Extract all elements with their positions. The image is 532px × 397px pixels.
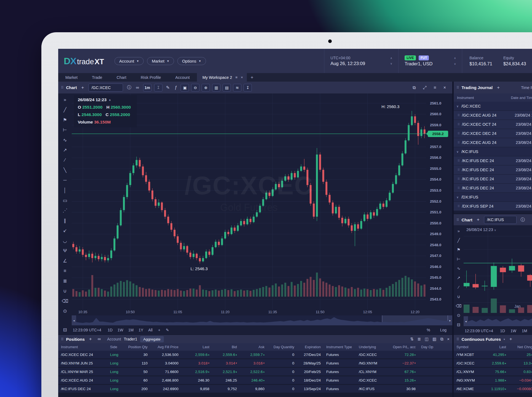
close-icon[interactable]: × [442, 85, 447, 90]
zoom-in-icon[interactable]: ⊕ [202, 84, 210, 92]
eraser-icon[interactable]: ⌫ [454, 301, 464, 310]
lines-icon[interactable]: ≡ [58, 266, 72, 276]
add-watchlist-button[interactable]: + [508, 336, 514, 342]
horizontal-ray-icon[interactable]: ⊢ [58, 125, 72, 135]
mini-chart-plot[interactable]: 26/08/24 12:23 ∨ Jan [464, 225, 532, 314]
filter-icon[interactable]: ⇅ [410, 337, 414, 342]
drag-handle-icon[interactable]: ⠿ [61, 85, 63, 90]
mini-chart-navigator[interactable]: ◂ [464, 316, 532, 326]
popout-icon[interactable]: ⧉ [440, 337, 443, 342]
templates-icon[interactable]: ▤ [223, 84, 231, 92]
col-avg-fill-price[interactable]: Avg Fill Price [150, 345, 181, 349]
info-icon[interactable]: ⓘ [519, 217, 526, 223]
magnet-icon[interactable]: ∪ [58, 286, 72, 296]
ohlc-legend[interactable]: 26/08/24 12:23∧ O 2551.2000 H 2560.3000 … [74, 95, 137, 127]
mini-chart-datetime[interactable]: 26/08/24 12:23 ∨ [466, 227, 496, 232]
horizontal-ray-icon[interactable]: ⊢ [454, 254, 464, 264]
tab-chart[interactable]: Chart [109, 73, 133, 82]
info-icon[interactable]: ⓘ [126, 85, 133, 90]
chevron-down-icon[interactable]: ∨ [454, 62, 456, 65]
arc-icon[interactable]: ◡ [58, 236, 72, 245]
navigator-right-arrow[interactable]: ▸ [448, 315, 452, 325]
menu-icon[interactable]: ≡ [432, 85, 437, 90]
close-icon[interactable]: × [447, 337, 450, 342]
chevron-up-icon[interactable]: ∧ [390, 57, 392, 60]
journal-item[interactable]: ⠿/KC:IFUS DEC 2423/08/24 16:55 [454, 156, 532, 165]
chevron-down-icon[interactable]: ∨ [456, 195, 459, 199]
density-icon[interactable]: ≣ [418, 337, 421, 342]
chevron-down-icon[interactable]: ∨ [456, 104, 459, 108]
journal-item[interactable]: ⠿/GC:XCEC AUG 2423/08/24 14:20 [454, 138, 532, 147]
rectangle-icon[interactable]: ▭ [58, 196, 72, 205]
add-range-button[interactable]: + [156, 327, 162, 333]
price-label-icon[interactable]: ⚑ [454, 245, 464, 254]
col-instrument[interactable]: Instrument [58, 345, 107, 349]
percent-scale-button[interactable]: % [425, 327, 432, 333]
vertical-line-icon[interactable]: │ [58, 186, 72, 195]
chart-plot-area[interactable]: /GC:XCEC Gold Futures 26/08/24 12:23∧ O … [72, 93, 426, 309]
collapse-icon[interactable]: » [58, 95, 72, 104]
add-positions-button[interactable]: + [87, 336, 93, 342]
drag-handle-icon[interactable]: ⠿ [456, 218, 459, 222]
ray-icon[interactable]: ∕ [454, 283, 464, 292]
account-block[interactable]: LIVE FUT ∧ Trader1, USD∨ [399, 49, 462, 73]
position-row[interactable]: /KC:IFUS DEC 24Long200242.69009,8589,752… [58, 385, 452, 393]
col-underlying[interactable]: Underlying [356, 345, 387, 349]
range-1y[interactable]: 1Y [531, 328, 532, 334]
position-row[interactable]: /NG:XNYM JUN 25Long1103.040003.018▾3.014… [58, 359, 452, 368]
arrow-icon[interactable]: ↗ [454, 273, 464, 282]
col-side[interactable]: Side [107, 345, 125, 349]
printer-icon[interactable]: ⊟ [454, 320, 464, 329]
ray-icon[interactable]: ∕ [58, 155, 72, 165]
eye-icon[interactable]: ⊙ [58, 307, 72, 316]
popout-icon[interactable]: ⧉ [411, 85, 417, 90]
channel-icon[interactable]: ∥ [58, 216, 72, 225]
tab-active-workspace[interactable]: My Workspace 2≡× [197, 73, 247, 82]
mini-chart-clock[interactable]: 12:23:09 UTC+4 [465, 329, 493, 333]
chevron-down-icon[interactable]: ▾ [504, 338, 505, 341]
polyline-icon[interactable]: ⋰ [58, 206, 72, 215]
pitchfork-icon[interactable]: Ψ [58, 246, 72, 256]
journal-item[interactable]: ⠿/DX:IFUS SEP 2423/08/24 16:35 [454, 202, 532, 211]
clock-block[interactable]: UTC+04:00∧ Aug 26, 12:23:09∨ [324, 49, 398, 73]
cf-row[interactable]: /CL:XNYM75.66▴0.83▴ [454, 368, 532, 376]
journal-group[interactable]: ∨/KC:IFUS [454, 147, 532, 156]
journal-item[interactable]: ⠿/GC:XCEC DEC 2423/08/24 15:45 [454, 129, 532, 138]
journal-item[interactable]: ⠿/GC:XCEC AUG 2423/08/24 17:15: [454, 111, 532, 120]
chevron-up-icon[interactable]: ∧ [109, 98, 111, 101]
aggregate-button[interactable]: Aggregate [140, 336, 164, 342]
add-tab-button[interactable]: + [247, 73, 257, 82]
price-label-icon[interactable]: ⚑ [58, 115, 72, 125]
chart-type-candles-icon[interactable]: ⌶ [154, 84, 162, 92]
cf-row[interactable]: /YM:XCBT41,295▴25▴4 [454, 351, 532, 359]
range-1w[interactable]: 1W [509, 328, 518, 334]
range-1d[interactable]: 1D [498, 328, 507, 334]
add-chart-button[interactable]: + [80, 85, 86, 90]
col-instrument-type[interactable]: Instrument Type [324, 345, 356, 349]
menu-pill-account[interactable]: Account▼ [114, 57, 144, 65]
volume-profile-icon[interactable]: ≣ [58, 276, 72, 286]
drag-handle-icon[interactable]: ⠿ [61, 337, 63, 341]
arrow-icon[interactable]: ↗ [58, 146, 72, 155]
snapshot-icon[interactable]: ▣ [181, 84, 189, 92]
time-axis[interactable]: 10:3510:5011:0511:2011:3511:5012:0512:20 [72, 309, 426, 315]
tab-risk-profile[interactable]: Risk Profile [133, 73, 168, 82]
cf-row[interactable]: /GC:XCEC2,559.6▴13.3▴2, [454, 359, 532, 368]
col-expiration[interactable]: Expiration [297, 345, 324, 349]
layout-icon[interactable]: ▥ [212, 84, 220, 92]
chart-navigator[interactable]: ◂ ▸ [72, 315, 452, 325]
chart-clock[interactable]: 12:23:09 UTC+4 [73, 328, 101, 332]
extended-line-icon[interactable]: ╲ [58, 166, 72, 175]
cf-row[interactable]: /NG:XNYM1.988▴−0.034▾ [454, 376, 532, 385]
printer-icon[interactable]: ⊟ [58, 325, 72, 334]
col-position-qty[interactable]: Position Qty [125, 345, 150, 349]
navigator-left-arrow[interactable]: ◂ [464, 316, 468, 326]
range-all[interactable]: All [146, 327, 155, 333]
log-scale-button[interactable]: Log [438, 327, 448, 333]
add-chart-button[interactable]: + [475, 217, 481, 222]
add-journal-button[interactable]: + [495, 85, 501, 90]
arrow-down-icon[interactable]: ↙ [58, 226, 72, 235]
time-range-filter[interactable]: Time Range [521, 85, 532, 90]
trend-line-icon[interactable]: ╱ [454, 236, 464, 245]
navigator-left-arrow[interactable]: ◂ [72, 315, 76, 325]
